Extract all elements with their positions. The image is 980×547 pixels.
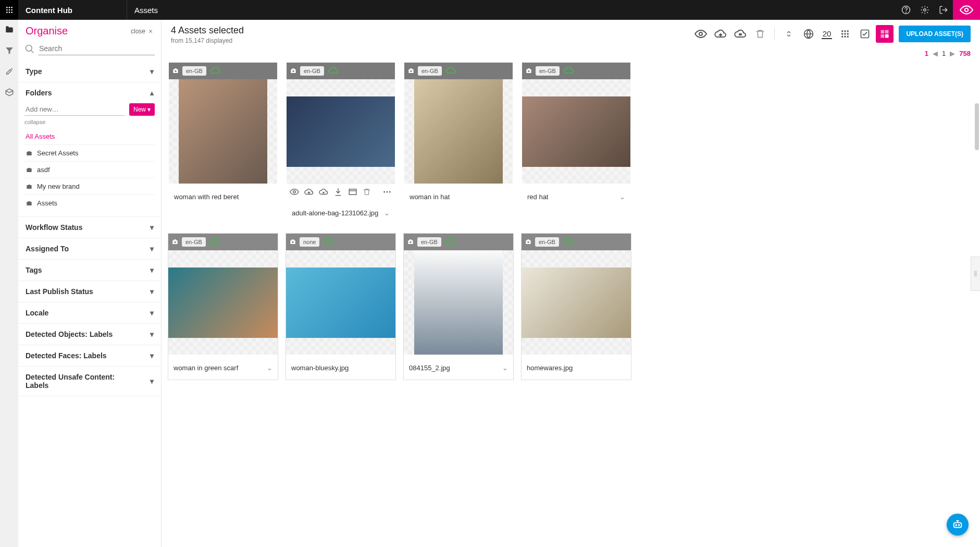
select-mode-button[interactable] [876, 25, 894, 43]
add-folder-input[interactable] [24, 103, 125, 116]
publish-button[interactable] [712, 25, 729, 43]
folder-item[interactable]: Secret Assets [24, 144, 155, 161]
locale-filter-button[interactable] [800, 25, 817, 43]
chevron-down-icon[interactable]: ⌄ [384, 209, 390, 217]
folder-item[interactable]: Assets [24, 195, 155, 211]
displayed-count: from 15,147 displayed [171, 37, 244, 44]
image-placeholder [286, 268, 395, 338]
section-folders[interactable]: Folders▴ [18, 82, 161, 103]
card-publish[interactable] [304, 187, 314, 197]
image-placeholder [414, 79, 503, 184]
cloud-icon [210, 237, 220, 247]
svg-point-34 [383, 191, 385, 193]
settings-button[interactable] [915, 0, 934, 20]
card-footer: adult-alone-bag-1231062.jpg⌄ [287, 200, 395, 225]
sidebar-close[interactable]: close [131, 28, 154, 35]
svg-point-14 [699, 32, 702, 35]
collapse-link[interactable]: collapse [24, 118, 155, 128]
rail-organise[interactable] [4, 24, 15, 35]
svg-point-3 [6, 9, 8, 11]
card-unpublish[interactable] [319, 187, 328, 197]
card-preview[interactable] [290, 187, 299, 197]
caret-down-icon: ▾ [147, 106, 151, 113]
thumbnail[interactable] [169, 79, 277, 184]
page-size[interactable]: 20 [822, 29, 833, 39]
camera-icon [290, 67, 297, 75]
breadcrumb-section[interactable]: Assets [127, 6, 165, 15]
folder-item[interactable]: My new brand [24, 178, 155, 195]
delete-button[interactable] [751, 25, 769, 43]
thumbnail[interactable] [522, 250, 631, 355]
grid-view-button[interactable] [836, 25, 854, 43]
scrollbar[interactable] [975, 103, 979, 150]
asset-card[interactable]: nonewoman-bluesky.jpg [286, 233, 396, 380]
asset-card[interactable]: en-GBwoman in hat [403, 62, 514, 226]
asset-card[interactable]: en-GBwoman with red beret [168, 62, 278, 226]
apps-menu-button[interactable] [0, 0, 18, 20]
section-workflow[interactable]: Workflow Status▾ [18, 217, 161, 238]
search-input[interactable] [38, 42, 155, 55]
cloud-upload-icon [714, 28, 727, 40]
chevron-up-icon: ▴ [150, 89, 154, 97]
section-locale[interactable]: Locale▾ [18, 302, 161, 323]
unpublish-button[interactable] [731, 25, 749, 43]
card-header: en-GB [287, 63, 395, 79]
thumbnail[interactable] [286, 250, 395, 355]
thumbnail[interactable] [404, 79, 513, 184]
rail-filter[interactable] [4, 45, 15, 56]
rail-box[interactable] [4, 87, 15, 98]
card-more[interactable] [382, 187, 392, 197]
upload-button[interactable]: UPLOAD ASSET(S) [899, 26, 971, 42]
thumbnail[interactable] [404, 250, 513, 355]
asset-card[interactable]: en-GBwoman in green scarf⌄ [168, 233, 278, 380]
camera-icon [171, 238, 179, 246]
card-delete[interactable] [363, 188, 371, 196]
pager-next[interactable]: ▶ [949, 50, 956, 57]
svg-point-37 [410, 70, 412, 72]
asset-name: red hat [527, 193, 548, 201]
camera-icon [525, 238, 532, 246]
asset-card[interactable]: en-GBred hat⌄ [521, 62, 631, 226]
thumbnail[interactable] [168, 250, 278, 355]
new-folder-button[interactable]: New ▾ [129, 103, 155, 116]
section-unsafe[interactable]: Detected Unsafe Content: Labels▾ [18, 367, 161, 396]
grid-icon [840, 29, 850, 39]
chevron-down-icon[interactable]: ⌄ [267, 364, 272, 372]
folder-item[interactable]: All Assets [24, 128, 155, 144]
section-publish[interactable]: Last Publish Status▾ [18, 281, 161, 302]
section-faces[interactable]: Detected Faces: Labels▾ [18, 345, 161, 366]
card-download[interactable] [333, 187, 343, 197]
chat-fab[interactable] [947, 514, 969, 536]
select-toggle-button[interactable] [856, 25, 874, 43]
section-tags[interactable]: Tags▾ [18, 260, 161, 281]
thumbnail[interactable] [287, 79, 395, 184]
asset-card[interactable]: en-GBadult-alone-bag-1231062.jpg⌄ [286, 62, 396, 226]
logout-button[interactable] [934, 0, 953, 20]
preview-button[interactable] [692, 25, 710, 43]
chevron-down-icon[interactable]: ⌄ [502, 364, 508, 372]
section-assigned[interactable]: Assigned To▾ [18, 238, 161, 259]
pager-prev[interactable]: ◀ [932, 50, 939, 57]
folder-item[interactable]: asdf [24, 161, 155, 178]
asset-card[interactable]: en-GB084155_2.jpg⌄ [403, 233, 514, 380]
svg-point-11 [924, 9, 926, 11]
card-edit[interactable] [348, 187, 357, 197]
help-button[interactable] [897, 0, 915, 20]
sort-button[interactable] [780, 25, 798, 43]
section-objects[interactable]: Detected Objects: Labels▾ [18, 324, 161, 345]
asset-card[interactable]: en-GBhomewares.jpg [521, 233, 631, 380]
preview-toggle-button[interactable] [953, 0, 980, 20]
thumbnail[interactable] [522, 79, 630, 184]
svg-point-31 [292, 70, 294, 72]
section-type[interactable]: Type▾ [18, 61, 161, 82]
sidebar-title: Organise [26, 25, 68, 37]
right-panel-handle[interactable]: ⦀ [971, 257, 980, 291]
chevron-down-icon[interactable]: ⌄ [619, 193, 625, 201]
folder-icon [5, 25, 14, 34]
card-actions [287, 184, 395, 200]
filter-icon [5, 46, 14, 55]
card-footer: 084155_2.jpg⌄ [404, 355, 513, 380]
camera-icon [289, 238, 296, 246]
rail-tools[interactable] [4, 66, 15, 77]
cloud-icon [564, 66, 574, 76]
